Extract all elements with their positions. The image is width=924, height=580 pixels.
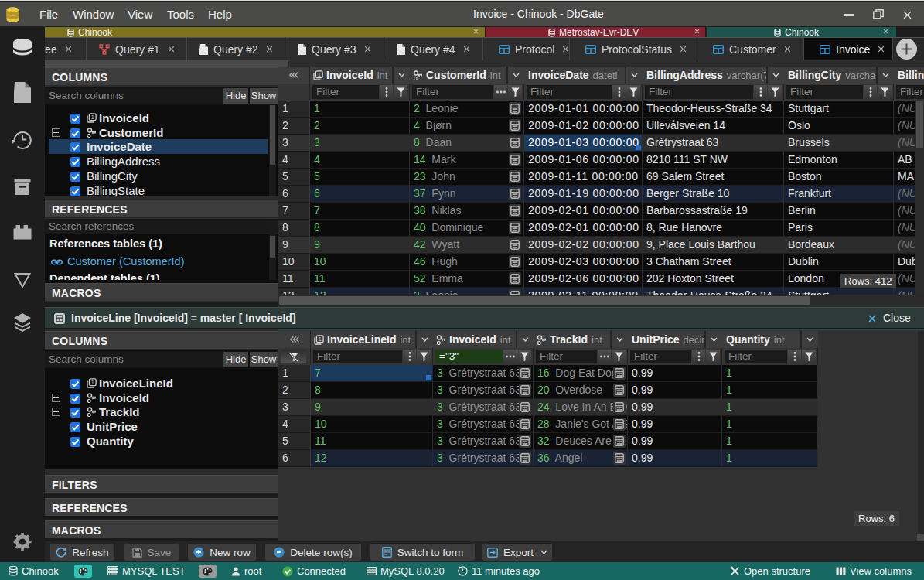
- svg-text:1: 1: [318, 71, 321, 78]
- svg-text:1: 1: [319, 336, 322, 343]
- svg-text:1: 1: [91, 114, 94, 121]
- svg-text:1: 1: [91, 379, 94, 386]
